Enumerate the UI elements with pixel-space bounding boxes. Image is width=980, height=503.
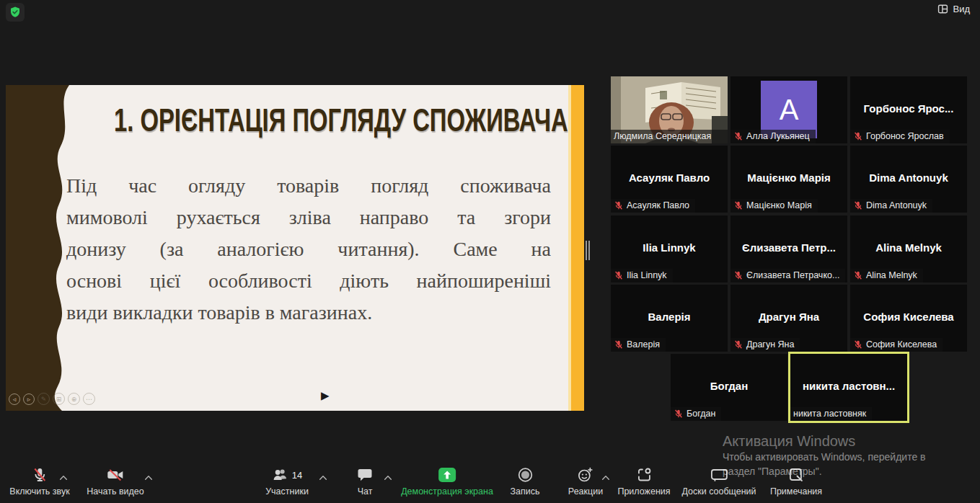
mic-muted-icon bbox=[853, 339, 863, 350]
start-video-button[interactable]: Начать видео bbox=[87, 466, 144, 497]
chat-button[interactable]: Чат bbox=[356, 466, 374, 497]
participant-label-text: Горбонос Ярослав bbox=[866, 131, 944, 141]
participant-display-name: Мацієнко Марія bbox=[730, 172, 847, 184]
security-shield-icon[interactable] bbox=[6, 3, 25, 22]
participant-display-name: Драгун Яна bbox=[730, 311, 847, 323]
toolbar-item-label: Участники bbox=[265, 486, 309, 497]
toolbar-item-label: Запись bbox=[510, 486, 539, 497]
toolbar-item-label: Начать видео bbox=[87, 486, 144, 497]
slide-body-line: основі цієї особливості діють найпоширен… bbox=[66, 265, 551, 297]
participant-label-text: София Киселева bbox=[866, 339, 937, 350]
slide-title: 1. ОРІЄНТАЦІЯ ПОГЛЯДУ СПОЖИВАЧА bbox=[114, 102, 568, 139]
participant-display-name: Dima Antonuyk bbox=[850, 172, 967, 184]
participant-label-text: Богдан bbox=[687, 409, 715, 419]
slide-pale-stripe bbox=[568, 85, 571, 411]
record-button[interactable]: Запись bbox=[510, 466, 539, 497]
participant-label-text: Драгун Яна bbox=[746, 339, 794, 350]
gallery-resize-handle[interactable] bbox=[586, 241, 592, 260]
slide-body-line: Під час огляду товарів погляд споживача bbox=[66, 170, 551, 202]
participant-display-name: Горбонос Ярос... bbox=[850, 102, 967, 115]
participant-name-label: Dima Antonuyk bbox=[850, 199, 932, 213]
participants-button[interactable]: 14Участники bbox=[265, 466, 309, 497]
chat-chevron-up-icon[interactable] bbox=[384, 471, 393, 484]
participant-name-label: Богдан bbox=[671, 407, 721, 421]
mic-muted-icon bbox=[733, 339, 743, 350]
view-label: Вид bbox=[953, 4, 970, 14]
participant-label-text: Ilia Linnyk bbox=[627, 270, 667, 280]
participant-tile[interactable]: Alina MelnykAlina Melnyk bbox=[850, 215, 967, 282]
participant-label-text: Мацієнко Марія bbox=[746, 200, 812, 210]
participant-name-label: никита ластовняк bbox=[790, 407, 872, 421]
toolbar-item-label: Приложения bbox=[617, 486, 670, 497]
apps-button[interactable]: Приложения bbox=[617, 466, 670, 497]
participant-label-text: Людмила Середницкая bbox=[614, 131, 711, 141]
participants-icon bbox=[272, 466, 289, 484]
toolbar-item-label: Чат bbox=[358, 486, 373, 497]
mic-muted-icon bbox=[614, 270, 624, 280]
slide-body-line: види викладки товарів в магазинах. bbox=[66, 297, 551, 329]
slide-amber-stripe bbox=[571, 85, 584, 411]
slide-body-line: мимоволі рухається зліва направо та згор… bbox=[66, 202, 551, 233]
participant-tile[interactable]: Драгун ЯнаДрагун Яна bbox=[730, 285, 847, 352]
shared-screen-slide: 1. ОРІЄНТАЦІЯ ПОГЛЯДУ СПОЖИВАЧА Під час … bbox=[6, 85, 584, 411]
participant-tile[interactable]: София КиселеваСофия Киселева bbox=[850, 285, 967, 352]
toolbar-item-label: Реакции bbox=[568, 486, 603, 497]
start-video-chevron-up-icon[interactable] bbox=[144, 471, 154, 484]
participants-count: 14 bbox=[292, 470, 302, 481]
reactions-button[interactable]: Реакции bbox=[568, 466, 603, 497]
participant-tile[interactable]: Людмила Середницкая bbox=[611, 76, 728, 143]
participant-name-label: София Киселева bbox=[850, 338, 943, 352]
chat-icon bbox=[356, 466, 374, 484]
slide-zoom-icon: ⊕ bbox=[68, 393, 80, 405]
participant-name-label: Драгун Яна bbox=[730, 338, 800, 352]
share-screen-icon bbox=[437, 466, 457, 484]
participant-label-text: Alina Melnyk bbox=[866, 270, 917, 280]
participant-label-text: Алла Лукьянец bbox=[746, 131, 810, 141]
reactions-chevron-up-icon[interactable] bbox=[601, 471, 611, 484]
participant-display-name: никита ластовн... bbox=[790, 380, 907, 392]
participant-display-name: Валерія bbox=[611, 311, 728, 323]
participant-display-name: Богдан bbox=[671, 380, 787, 392]
mic-muted-icon bbox=[614, 200, 624, 210]
participant-label-text: никита ластовняк bbox=[793, 409, 866, 419]
mic-muted-icon bbox=[31, 466, 48, 484]
participants-chevron-up-icon[interactable] bbox=[319, 471, 328, 484]
whiteboards-button[interactable]: Доски сообщений bbox=[681, 466, 756, 497]
participant-name-label: Асауляк Павло bbox=[611, 199, 695, 213]
participant-tile[interactable]: никита ластовн...никита ластовняк bbox=[788, 352, 909, 423]
participant-name-label: Alina Melnyk bbox=[850, 269, 923, 282]
notes-button[interactable]: Примечания bbox=[770, 466, 822, 497]
participant-tile[interactable]: Асауляк ПавлоАсауляк Павло bbox=[611, 146, 728, 213]
slide-nav-controls: ◃ ▹ ✎ ⊞ ⊕ ⋯ bbox=[9, 393, 95, 405]
reactions-icon bbox=[577, 466, 594, 484]
share-screen-button[interactable]: Демонстрация экрана bbox=[401, 466, 493, 497]
notes-icon bbox=[787, 466, 805, 484]
mic-muted-icon bbox=[733, 270, 743, 280]
camera-muted-icon bbox=[106, 466, 125, 484]
participant-name-label: Горбонос Ярослав bbox=[850, 130, 950, 143]
participant-tile[interactable]: AАлла Лукьянец bbox=[730, 76, 847, 143]
unmute-chevron-up-icon[interactable] bbox=[59, 471, 69, 484]
participant-name-label: Ilia Linnyk bbox=[611, 269, 673, 282]
participant-display-name: Alina Melnyk bbox=[850, 241, 967, 254]
participant-display-name: София Киселева bbox=[850, 311, 967, 323]
slide-show-icon: ⊞ bbox=[53, 393, 65, 405]
participant-display-name: Єлизавета Петр... bbox=[730, 241, 847, 254]
participant-tile[interactable]: Єлизавета Петр...Єлизавета Петрачко... bbox=[730, 215, 847, 282]
slide-body: Під час огляду товарів погляд споживачам… bbox=[66, 170, 551, 329]
mic-muted-icon bbox=[853, 200, 863, 210]
participant-name-label: Мацієнко Марія bbox=[730, 199, 818, 213]
participant-display-name: Асауляк Павло bbox=[611, 172, 728, 184]
participant-label-text: Асауляк Павло bbox=[627, 200, 689, 210]
mic-muted-icon bbox=[853, 270, 863, 280]
slide-next-icon: ▹ bbox=[23, 393, 35, 405]
participant-tile[interactable]: Dima AntonuykDima Antonuyk bbox=[850, 146, 967, 213]
participant-tile[interactable]: БогданБогдан bbox=[671, 354, 787, 421]
view-button[interactable]: Вид bbox=[937, 4, 970, 14]
participant-tile[interactable]: ВалеріяВалерія bbox=[611, 285, 728, 352]
participant-tile[interactable]: Ilia LinnykIlia Linnyk bbox=[611, 215, 728, 282]
presenter-cursor-icon: ▶ bbox=[321, 389, 330, 402]
participant-label-text: Валерія bbox=[627, 339, 660, 350]
participant-tile[interactable]: Мацієнко МаріяМацієнко Марія bbox=[730, 146, 847, 213]
participant-tile[interactable]: Горбонос Ярос...Горбонос Ярослав bbox=[850, 76, 967, 143]
